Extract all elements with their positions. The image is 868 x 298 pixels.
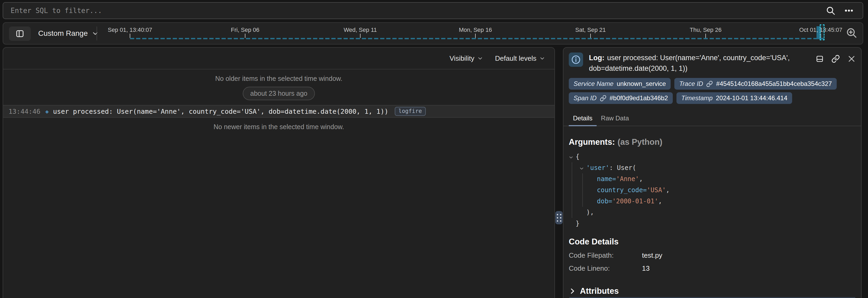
time-range-dropdown[interactable]: Custom Range bbox=[38, 23, 98, 44]
chevron-right-icon bbox=[569, 288, 576, 295]
code-token: '2000-01-01' bbox=[612, 198, 658, 205]
code-line: name='Anne', bbox=[569, 173, 856, 185]
chevron-down-icon[interactable] bbox=[579, 166, 584, 171]
detail-title-text: user processed: User(name='Anne', countr… bbox=[589, 54, 790, 72]
timeline-tick-mark bbox=[590, 34, 591, 38]
dock-bottom-icon[interactable] bbox=[815, 55, 824, 63]
code-token: ), bbox=[586, 209, 594, 216]
detail-title-prefix: Log: bbox=[589, 54, 604, 62]
timeline-selection-handle[interactable] bbox=[820, 24, 825, 40]
search-icon[interactable] bbox=[826, 6, 836, 15]
timeline-activity-baseline bbox=[130, 38, 825, 39]
timeline-tick-label: Sep 01, 13:40:07 bbox=[108, 27, 152, 33]
log-tag-badge[interactable]: logfire bbox=[395, 107, 426, 116]
code-details-heading: Code Details bbox=[569, 237, 856, 246]
info-icon bbox=[571, 55, 581, 65]
code-token: name= bbox=[597, 175, 616, 183]
badge-label: Trace ID bbox=[679, 80, 703, 88]
attributes-toggle[interactable]: Attributes bbox=[569, 286, 856, 296]
timeline-tick-label: Fri, Sep 06 bbox=[231, 27, 259, 33]
detail-tabs: DetailsRaw Data bbox=[563, 112, 861, 126]
code-token: : User( bbox=[609, 164, 636, 171]
code-line: 'user': User( bbox=[569, 162, 856, 173]
code-line: } bbox=[569, 218, 856, 229]
chevron-down-icon bbox=[477, 56, 483, 61]
code-token: , bbox=[658, 198, 662, 205]
log-row-timestamp: 13:44:46 bbox=[8, 108, 40, 115]
resizer-grip-handle[interactable] bbox=[555, 211, 563, 224]
default-levels-dropdown[interactable]: Default levels bbox=[495, 54, 545, 63]
badge-label: Span ID bbox=[574, 94, 597, 102]
timeline-divider bbox=[97, 27, 97, 40]
default-levels-label: Default levels bbox=[495, 54, 536, 63]
code-token: , bbox=[639, 175, 643, 183]
sidebar-toggle-button[interactable] bbox=[9, 27, 31, 41]
panel-left-icon bbox=[16, 29, 24, 38]
close-icon[interactable] bbox=[847, 55, 856, 63]
zoom-in-button[interactable] bbox=[846, 27, 858, 39]
permalink-icon[interactable] bbox=[831, 55, 840, 63]
timeline-tick-mark bbox=[360, 34, 361, 38]
arguments-heading: Arguments:(as Python) bbox=[563, 137, 861, 147]
code-token: 'USA' bbox=[647, 187, 666, 194]
arguments-mode-text: (as Python) bbox=[618, 137, 662, 146]
attributes-heading-text: Attributes bbox=[580, 286, 619, 296]
code-line: country_code='USA', bbox=[569, 185, 856, 196]
metadata-badge[interactable]: Trace ID#454514c0168a455a51bb4ceba354c32… bbox=[674, 78, 837, 90]
detail-title: Log:user processed: User(name='Anne', co… bbox=[589, 53, 808, 74]
badge-value: #454514c0168a455a51bb4ceba354c327 bbox=[716, 80, 832, 88]
panel-resizer[interactable] bbox=[555, 47, 563, 298]
code-detail-row: Code Filepath:test.py bbox=[563, 251, 861, 260]
info-level-badge bbox=[569, 53, 583, 67]
code-token: 'Anne' bbox=[616, 175, 639, 183]
tab-details[interactable]: Details bbox=[569, 112, 597, 126]
timeline-tick-mark bbox=[245, 34, 245, 38]
log-detail-panel: Log:user processed: User(name='Anne', co… bbox=[563, 47, 862, 298]
code-line: { bbox=[569, 151, 856, 162]
code-token: 'user' bbox=[586, 164, 609, 171]
collapse-toggle[interactable] bbox=[569, 152, 573, 163]
collapse-toggle[interactable] bbox=[579, 163, 584, 174]
detail-actions bbox=[815, 53, 856, 63]
timeline-tick-mark bbox=[130, 34, 130, 38]
more-options-icon[interactable] bbox=[844, 6, 854, 15]
code-line: ), bbox=[569, 207, 856, 218]
code-token: , bbox=[666, 187, 670, 194]
chevron-down-icon bbox=[539, 56, 545, 61]
code-detail-label: Code Filepath: bbox=[569, 251, 642, 260]
code-details-rows: Code Filepath:test.pyCode Lineno:13 bbox=[563, 251, 861, 272]
code-detail-value: test.py bbox=[642, 251, 662, 260]
chevron-down-icon[interactable] bbox=[569, 155, 573, 160]
code-token: dob= bbox=[597, 198, 612, 205]
sql-filter-input[interactable] bbox=[3, 7, 826, 14]
metadata-badges: Service Nameunknown_serviceTrace ID#4545… bbox=[563, 74, 861, 104]
code-token: } bbox=[576, 220, 579, 227]
badge-label: Timestamp bbox=[681, 94, 713, 102]
timeline-track[interactable]: Sep 01, 13:40:07Fri, Sep 06Wed, Sep 11Mo… bbox=[99, 23, 836, 44]
metadata-badge[interactable]: Span ID#b0f0d9ed1ab346b2 bbox=[569, 92, 673, 104]
visibility-label: Visibility bbox=[450, 54, 474, 63]
arguments-heading-text: Arguments: bbox=[569, 137, 615, 146]
visibility-dropdown[interactable]: Visibility bbox=[450, 54, 483, 63]
timeline-bar: Custom Range Sep 01, 13:40:07Fri, Sep 06… bbox=[3, 22, 863, 44]
timeline-tick-label: Thu, Sep 26 bbox=[690, 27, 721, 33]
code-detail-value: 13 bbox=[642, 264, 650, 272]
metadata-badge: Service Nameunknown_service bbox=[569, 78, 671, 90]
code-token: { bbox=[576, 153, 579, 160]
chevron-down-icon bbox=[92, 30, 98, 37]
link-icon bbox=[600, 95, 607, 102]
timeline-tick-mark bbox=[475, 34, 476, 38]
tab-raw-data[interactable]: Raw Data bbox=[597, 112, 633, 126]
timeline-tick-mark bbox=[705, 34, 706, 38]
timeline-tick-label: Sat, Sep 21 bbox=[576, 27, 606, 33]
log-row[interactable]: 13:44:46 ◆ user processed: User(name='An… bbox=[3, 105, 554, 118]
relative-time-badge: about 23 hours ago bbox=[243, 87, 315, 100]
sql-bar-actions bbox=[826, 6, 863, 15]
log-list-panel: Visibility Default levels No older items… bbox=[3, 47, 555, 298]
no-newer-items-text: No newer items in the selected time wind… bbox=[3, 123, 554, 131]
zoom-in-icon bbox=[846, 27, 858, 39]
sql-filter-bar bbox=[3, 2, 863, 19]
timeline-tick-label: Wed, Sep 11 bbox=[344, 27, 377, 33]
time-range-label: Custom Range bbox=[38, 29, 88, 38]
detail-header: Log:user processed: User(name='Anne', co… bbox=[563, 48, 861, 74]
